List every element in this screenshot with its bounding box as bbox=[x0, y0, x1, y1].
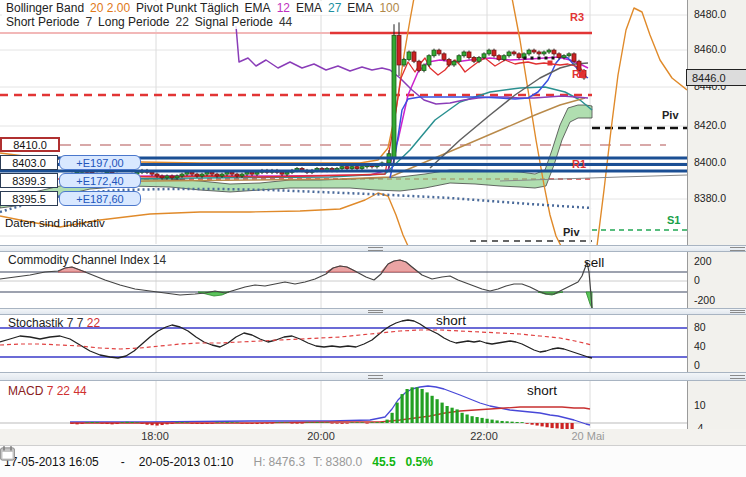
date-from-field[interactable]: 17-05-2013 16:05 bbox=[4, 455, 99, 469]
price-axis-label: 8380.0 bbox=[694, 192, 726, 204]
stoch-axis-label: 80 bbox=[694, 321, 706, 333]
signal-periode-value: 44 bbox=[279, 15, 292, 29]
pivot-level-label-r1: R1 bbox=[572, 158, 586, 170]
order-row-8410[interactable]: 8410.0 bbox=[0, 137, 60, 152]
session-low-value: 8380.0 bbox=[326, 455, 363, 469]
position-pl-badge[interactable]: +E187,60 bbox=[59, 191, 141, 206]
session-high-label: H: bbox=[254, 455, 266, 469]
order-price-box[interactable]: 8410.0 bbox=[0, 137, 60, 152]
stoch-params: 7 7 bbox=[67, 316, 84, 330]
resize-handle-icon[interactable] bbox=[730, 375, 745, 379]
long-periode-value: 22 bbox=[175, 15, 188, 29]
position-row-8403[interactable]: 8403.0 +E197,00 bbox=[0, 155, 141, 170]
cci-axis-label: -200 bbox=[694, 294, 715, 306]
macd-panel-title[interactable]: MACD 7 22 44 bbox=[8, 384, 87, 398]
date-range-separator: - bbox=[121, 455, 125, 469]
price-axis-label: 8460.0 bbox=[694, 43, 726, 55]
stoch-short-signal: short bbox=[436, 313, 466, 328]
trading-app-window: Bollinger Band20 2.00Pivot Punkt Täglich… bbox=[0, 0, 746, 477]
stoch-panel-title[interactable]: Stochastik 7 7 22 bbox=[8, 316, 100, 330]
indicator-ema100-label[interactable]: EMA bbox=[347, 1, 373, 15]
indicator-pivot-label[interactable]: Pivot Punkt Täglich bbox=[136, 1, 239, 15]
session-low-label: T: bbox=[313, 455, 322, 469]
change-percent: 0.5% bbox=[406, 455, 433, 469]
time-axis[interactable]: 18:0020:0022:0020 Mai bbox=[0, 429, 746, 445]
time-axis-label: 22:00 bbox=[470, 430, 498, 442]
date-to-field[interactable]: 20-05-2013 01:10 bbox=[139, 455, 234, 469]
pivot-level-label-r2: R2 bbox=[572, 68, 586, 80]
chart-canvas[interactable] bbox=[0, 0, 687, 429]
stoch-axis-label: 0 bbox=[694, 359, 700, 371]
change-points: 45.5 bbox=[372, 455, 395, 469]
signal-periode-label: Signal Periode bbox=[195, 15, 273, 29]
long-periode-label: Long Periode bbox=[98, 15, 169, 29]
session-high-value: 8476.3 bbox=[269, 455, 306, 469]
pivot-level-label-r3: R3 bbox=[570, 11, 584, 23]
price-axis-label: 8420.0 bbox=[694, 119, 726, 131]
indicator-ema27-label[interactable]: EMA bbox=[296, 1, 322, 15]
cci-panel-title[interactable]: Commodity Channel Index 14 bbox=[8, 253, 166, 267]
status-bar: 17-05-2013 16:05 - 20-05-2013 01:10 H: 8… bbox=[0, 445, 746, 477]
indicator-bollinger-label[interactable]: Bollinger Band bbox=[6, 1, 84, 15]
short-periode-value: 7 bbox=[85, 15, 92, 29]
cci-name: Commodity Channel Index bbox=[8, 253, 149, 267]
macd-name: MACD bbox=[8, 384, 43, 398]
time-axis-label: 20 Mai bbox=[571, 430, 604, 442]
indicator-bollinger-params: 20 2.00 bbox=[90, 1, 130, 15]
main-chart-legend[interactable]: Bollinger Band20 2.00Pivot Punkt Täglich… bbox=[2, 1, 409, 15]
short-periode-label: Short Periode bbox=[6, 15, 79, 29]
macd-axis-label: 10 bbox=[694, 399, 706, 411]
panel-separator[interactable] bbox=[0, 245, 746, 252]
cci-axis-label: 0 bbox=[694, 274, 700, 286]
position-price-box[interactable]: 8403.0 bbox=[0, 155, 58, 170]
macd-settings-legend[interactable]: Short Periode7Long Periode22Signal Perio… bbox=[2, 15, 302, 29]
pivot-level-label-piv: Piv bbox=[563, 226, 580, 238]
position-price-box[interactable]: 8399.3 bbox=[0, 173, 58, 188]
position-price-box[interactable]: 8395.5 bbox=[0, 191, 58, 206]
price-axis-label: 8480.0 bbox=[694, 8, 726, 20]
indicative-data-watermark: Daten sind indikativ bbox=[5, 217, 105, 229]
current-price-box: 8446.0 bbox=[686, 69, 746, 86]
pivot-level-label-s1: S1 bbox=[667, 214, 680, 226]
time-axis-label: 18:00 bbox=[141, 430, 169, 442]
cci-sell-signal: sell bbox=[584, 255, 604, 270]
stoch-axis-label: 40 bbox=[694, 340, 706, 352]
indicator-ema100-param: 100 bbox=[379, 1, 399, 15]
resize-handle-icon[interactable] bbox=[368, 375, 383, 379]
pivot-level-label-piv: Piv bbox=[662, 109, 679, 121]
stoch-signal-param: 22 bbox=[87, 316, 100, 330]
indicator-ema12-param: 12 bbox=[277, 1, 290, 15]
panel-separator[interactable] bbox=[0, 372, 746, 381]
resize-handle-icon[interactable] bbox=[368, 247, 383, 251]
indicator-ema12-label[interactable]: EMA bbox=[245, 1, 271, 15]
resize-handle-icon[interactable] bbox=[730, 247, 745, 251]
price-axis-label: 8400.0 bbox=[694, 156, 726, 168]
resize-handle-icon[interactable] bbox=[368, 310, 383, 314]
position-pl-badge[interactable]: +E172,40 bbox=[59, 173, 141, 188]
price-axis[interactable]: 8446.0 8480.08460.08440.08420.08400.0838… bbox=[687, 0, 746, 429]
position-pl-badge[interactable]: +E197,00 bbox=[59, 155, 141, 170]
time-axis-label: 20:00 bbox=[307, 430, 335, 442]
cci-axis-label: 200 bbox=[694, 255, 712, 267]
resize-handle-icon[interactable] bbox=[730, 310, 745, 314]
macd-params: 7 22 44 bbox=[47, 384, 87, 398]
macd-short-signal: short bbox=[527, 383, 557, 398]
position-row-8399[interactable]: 8399.3 +E172,40 bbox=[0, 173, 141, 188]
indicator-ema27-param: 27 bbox=[328, 1, 341, 15]
panel-separator[interactable] bbox=[0, 308, 746, 315]
position-row-8395[interactable]: 8395.5 +E187,60 bbox=[0, 191, 141, 206]
stoch-name: Stochastik bbox=[8, 316, 63, 330]
cci-params: 14 bbox=[153, 253, 166, 267]
